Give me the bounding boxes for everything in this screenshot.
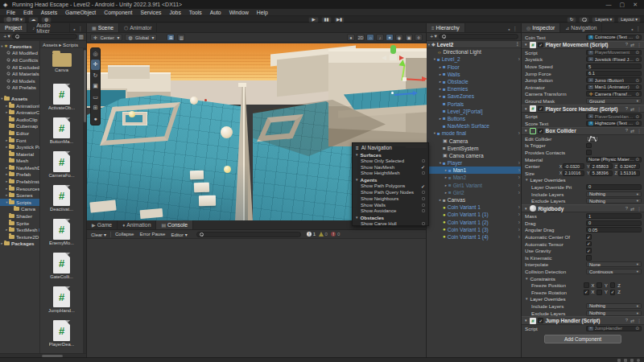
overlay-section-obstacles[interactable]: ▼Obstacles (353, 214, 428, 220)
help-icon[interactable]: ? (625, 128, 628, 134)
asset-gatecolli-[interactable]: #GateColli... (40, 251, 83, 285)
property-checkbox[interactable] (586, 143, 592, 149)
create-object-button[interactable]: ＋▾ (429, 33, 437, 40)
prefab-open-chevron[interactable]: › (518, 167, 520, 173)
breadcrumb[interactable]: Assets ▸ Scripts (40, 41, 86, 48)
tab-project[interactable]: Project (0, 23, 27, 32)
overlay-toggle-show-navmesh[interactable]: Show NavMesh✓ (353, 164, 428, 171)
visibility-icon[interactable]: ◉ (395, 34, 403, 41)
snap-increment-icon[interactable]: ▥ (177, 34, 185, 41)
folder-item-font[interactable]: ▸Font (0, 137, 39, 144)
console-search-input[interactable] (196, 232, 301, 237)
folder-item-scripts[interactable]: ▾Scripts (0, 199, 39, 206)
help-icon[interactable]: ? (625, 42, 628, 47)
object-field[interactable]: ▪Jump (Button)⊙ (586, 77, 642, 83)
menu-item-jobs[interactable]: Jobs (165, 9, 184, 16)
create-asset-button[interactable]: ＋▾ (2, 33, 10, 40)
object-picker-icon[interactable]: ⊙ (635, 326, 639, 331)
object-field[interactable]: TCoinscore (Text Mesh Pro UG⊙ (586, 35, 642, 40)
object-field[interactable]: THighscore (Text Mesh Pro UG⊙ (586, 121, 642, 126)
hierarchy-item-directional-light[interactable]: ☼Directional Light (427, 48, 521, 56)
dropdown-field[interactable]: Continuous▾ (586, 269, 642, 274)
status-icon[interactable] (624, 359, 627, 362)
rotate-tool-icon[interactable]: ↻ (91, 70, 100, 81)
services-button[interactable]: ◍ (41, 17, 52, 23)
presets-icon[interactable]: ⇄ (630, 318, 634, 323)
tab-navigation[interactable]: ⊿Navigation (560, 23, 602, 32)
component-menu-icon[interactable]: ⋮ (637, 106, 642, 112)
z-constraint-checkbox[interactable] (610, 282, 616, 288)
menu-item-component[interactable]: Component (100, 9, 136, 16)
tab-animation[interactable]: ♦Animation (118, 220, 156, 229)
favorite-item[interactable]: All Models (0, 77, 39, 84)
folder-item-prefabinsta[interactable]: ▸PrefabInsta (0, 178, 39, 185)
object-field[interactable]: ▪PlayerMovement⊙ (586, 50, 642, 56)
prefab-open-chevron[interactable]: › (518, 212, 520, 217)
warning-count[interactable]: 0 (319, 232, 328, 237)
folder-item-scenes[interactable]: ▸Scenes (0, 191, 39, 199)
hierarchy-item-coin-variant-1-3-[interactable]: ●Coin Variant 1 (3)› (427, 226, 521, 233)
lighting-toggle-icon[interactable]: ☼ (366, 34, 374, 41)
tab-inspector[interactable]: ◎Inspector (522, 23, 560, 32)
asset-deactivat-[interactable]: #Deactivat... (40, 183, 83, 217)
folder-item-material[interactable]: Material (0, 150, 39, 158)
folder-item-textmesh-p[interactable]: ▸TextMesh P (0, 226, 39, 233)
x-constraint-checkbox[interactable] (584, 282, 589, 288)
effects-dropdown[interactable]: ✦ (386, 34, 394, 41)
component-enabled-checkbox[interactable]: ✓ (538, 129, 543, 134)
component-header-player-movement-script-[interactable]: ▼#✓Player Movement (Script)?⇄⋮ (522, 41, 644, 50)
console-error-pause-button[interactable]: Error Pause (138, 232, 167, 237)
prefab-open-chevron[interactable]: › (518, 56, 520, 62)
layout-dropdown[interactable]: Layout ▾ (617, 17, 641, 23)
menu-item-tools[interactable]: Tools (185, 9, 206, 16)
menu-item-file[interactable]: File (2, 9, 19, 16)
help-icon[interactable]: ? (625, 206, 628, 212)
hierarchy-search-input[interactable] (439, 34, 518, 39)
hierarchy-item-eventsystem[interactable]: ■EventSystem (427, 145, 521, 152)
add-component-button[interactable]: Add Component (544, 335, 621, 343)
x-field[interactable]: 2.10016 (563, 171, 584, 176)
hierarchy-item-floor[interactable]: ▸■Floor (427, 64, 521, 71)
status-icon[interactable] (630, 359, 634, 362)
minimize-button[interactable]: — (606, 2, 612, 8)
help-icon[interactable]: ? (625, 106, 628, 112)
project-grid-scrollbar[interactable] (83, 48, 86, 353)
prefab-open-chevron[interactable]: › (518, 190, 520, 195)
component-header-jump-handler-script-[interactable]: ▼#✓Jump Handler (Script)?⇄⋮ (522, 316, 644, 325)
maximize-button[interactable]: ▢ (620, 2, 625, 8)
component-menu-icon[interactable]: ⋮ (637, 318, 642, 323)
y-field[interactable]: 2.65803 (590, 163, 612, 169)
asset-camerafo-[interactable]: #CameraFo... (40, 150, 83, 183)
folder-item-sprite[interactable]: Sprite (0, 220, 39, 227)
hierarchy-item-girl1-variant[interactable]: ▸■Girl1 Variant› (427, 182, 521, 189)
presets-icon[interactable]: ⇄ (630, 106, 634, 112)
tab-game[interactable]: ▶Game (87, 220, 118, 229)
tab-audio-mixer[interactable]: ♪Audio Mixer (27, 23, 70, 32)
object-picker-icon[interactable]: ⊙ (635, 92, 639, 97)
dropdown-field[interactable]: Nothing▾ (586, 303, 642, 309)
number-field[interactable]: 0 (586, 220, 642, 226)
object-field[interactable]: None (Physic Material)⊙ (586, 157, 642, 162)
hierarchy-item-enemies[interactable]: ▸■Enemies (427, 85, 521, 93)
progress-icon[interactable] (637, 359, 640, 362)
favorite-item[interactable]: All Prefabs (0, 84, 39, 92)
camera-settings-icon[interactable]: ▣ (405, 34, 413, 41)
lock-icon[interactable]: ▪ (508, 27, 510, 32)
object-picker-icon[interactable]: ⊙ (635, 57, 639, 62)
property-checkbox[interactable] (586, 255, 592, 261)
hierarchy-item-canva-camera[interactable]: ▣Canva camera (427, 152, 521, 159)
object-picker-icon[interactable]: ⊙ (635, 114, 639, 119)
folder-item-canva[interactable]: Canva (0, 206, 39, 213)
x-constraint-checkbox[interactable]: ✓ (584, 290, 589, 295)
hierarchy-item-camera[interactable]: ▣Camera (427, 137, 521, 144)
hierarchy-item-level2[interactable]: ▾◆Level2⋮ (427, 41, 521, 48)
hierarchy-item-man2[interactable]: ▸■Man2› (427, 174, 521, 181)
number-field[interactable]: 6.1 (586, 71, 642, 76)
menu-item-gameobject[interactable]: GameObject (61, 9, 100, 16)
console-collapse-button[interactable]: Collapse (114, 232, 135, 237)
filter-type-icon[interactable]: ▥ (79, 34, 84, 40)
folder-item-joystick-pa[interactable]: ▸Joystick Pa (0, 143, 39, 150)
folder-item-cubemap[interactable]: Cubemap (0, 123, 39, 130)
favorite-item[interactable]: All Materials (0, 70, 39, 77)
dropdown-field[interactable]: Nothing▾ (586, 311, 642, 316)
